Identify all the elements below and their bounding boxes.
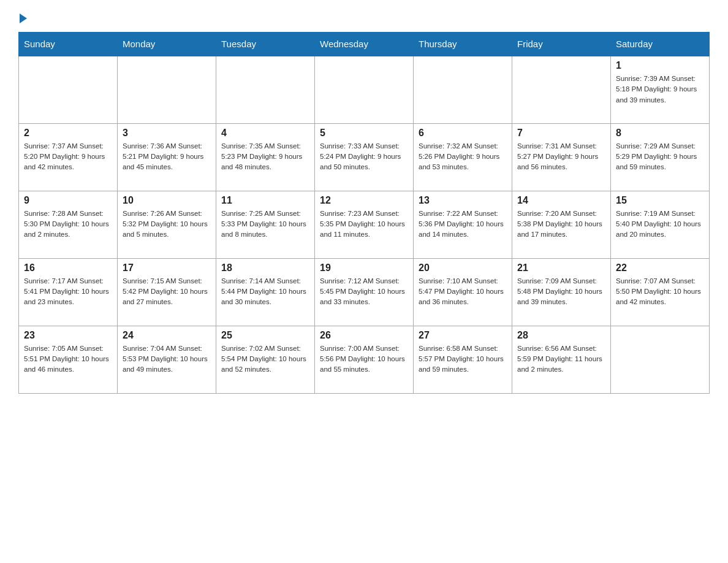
calendar-cell — [611, 326, 710, 393]
calendar-cell: 22Sunrise: 7:07 AM Sunset: 5:50 PM Dayli… — [611, 258, 710, 326]
calendar-cell: 18Sunrise: 7:14 AM Sunset: 5:44 PM Dayli… — [216, 258, 315, 326]
day-number: 13 — [419, 195, 507, 206]
day-number: 16 — [24, 262, 112, 274]
day-number: 25 — [221, 330, 309, 341]
day-info: Sunrise: 7:07 AM Sunset: 5:50 PM Dayligh… — [616, 276, 704, 308]
day-info: Sunrise: 7:35 AM Sunset: 5:23 PM Dayligh… — [221, 141, 309, 173]
calendar-cell: 15Sunrise: 7:19 AM Sunset: 5:40 PM Dayli… — [611, 191, 710, 258]
day-number: 2 — [24, 128, 112, 139]
day-number: 10 — [123, 195, 211, 206]
day-number: 22 — [616, 262, 704, 274]
page-header — [18, 12, 710, 22]
day-info: Sunrise: 7:19 AM Sunset: 5:40 PM Dayligh… — [616, 209, 704, 240]
day-info: Sunrise: 7:29 AM Sunset: 5:29 PM Dayligh… — [616, 141, 704, 173]
calendar-cell: 27Sunrise: 6:58 AM Sunset: 5:57 PM Dayli… — [414, 326, 512, 393]
weekday-header-tuesday: Tuesday — [216, 33, 315, 56]
weekday-header-row: SundayMondayTuesdayWednesdayThursdayFrid… — [19, 33, 710, 56]
day-info: Sunrise: 7:20 AM Sunset: 5:38 PM Dayligh… — [517, 209, 605, 240]
day-number: 3 — [123, 128, 211, 139]
calendar-cell — [118, 56, 216, 123]
calendar-cell: 26Sunrise: 7:00 AM Sunset: 5:56 PM Dayli… — [315, 326, 414, 393]
day-info: Sunrise: 7:05 AM Sunset: 5:51 PM Dayligh… — [24, 343, 112, 375]
calendar-week-row: 1Sunrise: 7:39 AM Sunset: 5:18 PM Daylig… — [19, 56, 710, 123]
weekday-header-friday: Friday — [512, 33, 611, 56]
day-number: 28 — [517, 330, 605, 341]
calendar-week-row: 16Sunrise: 7:17 AM Sunset: 5:41 PM Dayli… — [19, 258, 710, 326]
day-info: Sunrise: 7:10 AM Sunset: 5:47 PM Dayligh… — [419, 276, 507, 308]
calendar-cell: 19Sunrise: 7:12 AM Sunset: 5:45 PM Dayli… — [315, 258, 414, 326]
weekday-header-saturday: Saturday — [611, 33, 710, 56]
calendar-week-row: 2Sunrise: 7:37 AM Sunset: 5:20 PM Daylig… — [19, 123, 710, 191]
calendar-body: 1Sunrise: 7:39 AM Sunset: 5:18 PM Daylig… — [19, 56, 710, 393]
logo — [18, 12, 27, 22]
day-number: 18 — [221, 262, 309, 274]
day-info: Sunrise: 7:17 AM Sunset: 5:41 PM Dayligh… — [24, 276, 112, 308]
weekday-header-monday: Monday — [118, 33, 216, 56]
day-number: 19 — [320, 262, 408, 274]
calendar-cell: 16Sunrise: 7:17 AM Sunset: 5:41 PM Dayli… — [19, 258, 118, 326]
day-info: Sunrise: 6:56 AM Sunset: 5:59 PM Dayligh… — [517, 343, 605, 375]
day-number: 26 — [320, 330, 408, 341]
day-info: Sunrise: 7:02 AM Sunset: 5:54 PM Dayligh… — [221, 343, 309, 375]
day-number: 1 — [616, 60, 704, 71]
calendar-cell — [414, 56, 512, 123]
day-number: 6 — [419, 128, 507, 139]
calendar-cell: 6Sunrise: 7:32 AM Sunset: 5:26 PM Daylig… — [414, 123, 512, 191]
calendar-week-row: 9Sunrise: 7:28 AM Sunset: 5:30 PM Daylig… — [19, 191, 710, 258]
calendar-cell: 4Sunrise: 7:35 AM Sunset: 5:23 PM Daylig… — [216, 123, 315, 191]
calendar-cell: 5Sunrise: 7:33 AM Sunset: 5:24 PM Daylig… — [315, 123, 414, 191]
day-info: Sunrise: 7:22 AM Sunset: 5:36 PM Dayligh… — [419, 209, 507, 240]
weekday-header-thursday: Thursday — [414, 33, 512, 56]
calendar-cell: 14Sunrise: 7:20 AM Sunset: 5:38 PM Dayli… — [512, 191, 611, 258]
logo-arrow-icon — [20, 13, 27, 23]
day-number: 24 — [123, 330, 211, 341]
calendar-cell: 25Sunrise: 7:02 AM Sunset: 5:54 PM Dayli… — [216, 326, 315, 393]
day-number: 7 — [517, 128, 605, 139]
day-info: Sunrise: 7:23 AM Sunset: 5:35 PM Dayligh… — [320, 209, 408, 240]
day-number: 4 — [221, 128, 309, 139]
day-number: 5 — [320, 128, 408, 139]
day-number: 11 — [221, 195, 309, 206]
calendar-cell — [216, 56, 315, 123]
day-number: 27 — [419, 330, 507, 341]
day-info: Sunrise: 7:00 AM Sunset: 5:56 PM Dayligh… — [320, 343, 408, 375]
calendar-cell: 2Sunrise: 7:37 AM Sunset: 5:20 PM Daylig… — [19, 123, 118, 191]
day-info: Sunrise: 7:32 AM Sunset: 5:26 PM Dayligh… — [419, 141, 507, 173]
day-number: 8 — [616, 128, 704, 139]
day-info: Sunrise: 7:31 AM Sunset: 5:27 PM Dayligh… — [517, 141, 605, 173]
day-number: 21 — [517, 262, 605, 274]
day-info: Sunrise: 7:04 AM Sunset: 5:53 PM Dayligh… — [123, 343, 211, 375]
calendar-cell — [19, 56, 118, 123]
day-number: 12 — [320, 195, 408, 206]
calendar-cell: 9Sunrise: 7:28 AM Sunset: 5:30 PM Daylig… — [19, 191, 118, 258]
calendar-cell: 17Sunrise: 7:15 AM Sunset: 5:42 PM Dayli… — [118, 258, 216, 326]
day-info: Sunrise: 7:33 AM Sunset: 5:24 PM Dayligh… — [320, 141, 408, 173]
day-info: Sunrise: 7:36 AM Sunset: 5:21 PM Dayligh… — [123, 141, 211, 173]
day-number: 17 — [123, 262, 211, 274]
day-number: 23 — [24, 330, 112, 341]
calendar-table: SundayMondayTuesdayWednesdayThursdayFrid… — [18, 32, 710, 394]
calendar-cell: 20Sunrise: 7:10 AM Sunset: 5:47 PM Dayli… — [414, 258, 512, 326]
calendar-cell: 7Sunrise: 7:31 AM Sunset: 5:27 PM Daylig… — [512, 123, 611, 191]
calendar-cell: 12Sunrise: 7:23 AM Sunset: 5:35 PM Dayli… — [315, 191, 414, 258]
calendar-cell: 3Sunrise: 7:36 AM Sunset: 5:21 PM Daylig… — [118, 123, 216, 191]
day-info: Sunrise: 7:28 AM Sunset: 5:30 PM Dayligh… — [24, 209, 112, 240]
day-info: Sunrise: 6:58 AM Sunset: 5:57 PM Dayligh… — [419, 343, 507, 375]
calendar-cell: 10Sunrise: 7:26 AM Sunset: 5:32 PM Dayli… — [118, 191, 216, 258]
day-info: Sunrise: 7:37 AM Sunset: 5:20 PM Dayligh… — [24, 141, 112, 173]
calendar-cell: 23Sunrise: 7:05 AM Sunset: 5:51 PM Dayli… — [19, 326, 118, 393]
day-number: 14 — [517, 195, 605, 206]
calendar-cell: 11Sunrise: 7:25 AM Sunset: 5:33 PM Dayli… — [216, 191, 315, 258]
calendar-week-row: 23Sunrise: 7:05 AM Sunset: 5:51 PM Dayli… — [19, 326, 710, 393]
calendar-cell: 21Sunrise: 7:09 AM Sunset: 5:48 PM Dayli… — [512, 258, 611, 326]
calendar-cell — [512, 56, 611, 123]
day-number: 15 — [616, 195, 704, 206]
calendar-cell: 24Sunrise: 7:04 AM Sunset: 5:53 PM Dayli… — [118, 326, 216, 393]
day-number: 20 — [419, 262, 507, 274]
day-info: Sunrise: 7:12 AM Sunset: 5:45 PM Dayligh… — [320, 276, 408, 308]
day-info: Sunrise: 7:26 AM Sunset: 5:32 PM Dayligh… — [123, 209, 211, 240]
day-info: Sunrise: 7:09 AM Sunset: 5:48 PM Dayligh… — [517, 276, 605, 308]
calendar-cell: 13Sunrise: 7:22 AM Sunset: 5:36 PM Dayli… — [414, 191, 512, 258]
day-info: Sunrise: 7:15 AM Sunset: 5:42 PM Dayligh… — [123, 276, 211, 308]
calendar-header: SundayMondayTuesdayWednesdayThursdayFrid… — [19, 33, 710, 56]
